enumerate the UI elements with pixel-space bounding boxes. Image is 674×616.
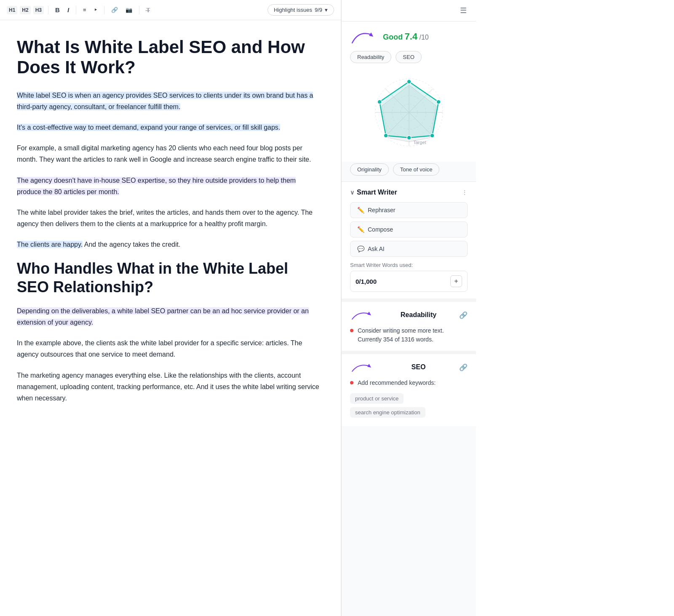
readability-pill[interactable]: Readability [350, 51, 391, 63]
unordered-list-button[interactable]: ≡ [80, 5, 89, 15]
svg-point-11 [407, 80, 411, 84]
words-used-label: Smart Writer Words used: [350, 262, 468, 268]
image-button[interactable]: 📷 [123, 5, 135, 15]
ask-ai-icon: 💬 [357, 245, 364, 252]
seo-pill[interactable]: SEO [396, 51, 421, 63]
bottom-pills-row: Originality Tone of voice [342, 162, 476, 181]
compose-button[interactable]: ✏️ Compose [350, 221, 468, 237]
readability-arrow-icon [350, 309, 375, 321]
paragraph-9: In the example above, the clients ask th… [17, 337, 320, 360]
divider-4 [139, 6, 139, 14]
h3-button[interactable]: H3 [33, 6, 44, 14]
h2-button[interactable]: H2 [20, 6, 30, 14]
toolbar: H1 H2 H3 B I ≡ ‣ 🔗 📷 T̶ Highlight issues… [0, 0, 341, 20]
paragraph-2: It's a cost-effective way to meet demand… [17, 122, 320, 133]
keyword-tag-2: search engine optimization [350, 407, 425, 418]
highlight-issues-button[interactable]: Highlight issues 9/9 ▾ [267, 4, 334, 16]
paragraph-6-highlight: The clients are happy. [17, 241, 83, 248]
info-icon[interactable]: ⋮ [462, 189, 468, 196]
right-panel: ☰ Good 7.4 /10 Readability SEO [341, 0, 476, 616]
link-icon: 🔗 [111, 7, 118, 13]
score-label: Good [383, 33, 403, 41]
seo-title: SEO [412, 363, 426, 371]
seo-arrow-icon [350, 361, 375, 373]
chevron-down-icon: ▾ [325, 7, 328, 13]
highlight-count: 9/9 [315, 7, 322, 13]
readability-issue-1: Consider writing some more text. Current… [350, 326, 468, 344]
clear-format-icon: T̶ [146, 7, 150, 13]
readability-link-icon[interactable]: 🔗 [459, 311, 468, 319]
rephraser-button[interactable]: ✏️ Rephraser [350, 202, 468, 218]
paragraph-8: Depending on the deliverables, a white l… [17, 305, 320, 328]
rephraser-label: Rephraser [368, 207, 395, 213]
svg-marker-10 [380, 82, 439, 138]
words-counter-row: 0/1,000 + [350, 271, 468, 292]
smart-writer-title: ∨ Smart Writer [350, 189, 397, 196]
paragraph-4-text: The agency doesn't have in-house SEO exp… [17, 177, 296, 195]
compose-icon: ✏️ [357, 226, 364, 233]
divider-3 [104, 6, 104, 14]
seo-issue-1: Add recommended keywords: [350, 379, 468, 387]
image-icon: 📷 [126, 7, 132, 13]
score-section: Good 7.4 /10 Readability SEO [342, 21, 476, 162]
collapse-icon[interactable]: ∨ [350, 189, 354, 196]
svg-point-14 [407, 136, 411, 140]
paragraph-3: For example, a small digital marketing a… [17, 142, 320, 165]
score-display: Good 7.4 /10 [383, 31, 429, 42]
keywords-row: product or service search engine optimiz… [350, 392, 468, 419]
compose-label: Compose [368, 226, 393, 233]
right-top-bar: ☰ [342, 0, 476, 21]
rephraser-icon: ✏️ [357, 207, 364, 213]
paragraph-5: The white label provider takes the brief… [17, 207, 320, 229]
ordered-list-button[interactable]: ‣ [91, 5, 100, 15]
tone-of-voice-pill[interactable]: Tone of voice [393, 163, 440, 176]
svg-point-13 [430, 133, 434, 138]
clear-format-button[interactable]: T̶ [144, 5, 153, 15]
score-arrow-icon [350, 28, 380, 45]
readability-title: Readability [401, 311, 436, 319]
add-words-button[interactable]: + [450, 275, 462, 287]
h1-button[interactable]: H1 [7, 6, 17, 14]
italic-button[interactable]: I [65, 5, 72, 15]
paragraph-10: The marketing agency manages everything … [17, 370, 320, 404]
ask-ai-label: Ask AI [368, 245, 385, 252]
ask-ai-button[interactable]: 💬 Ask AI [350, 241, 468, 257]
readability-header: Readability 🔗 [350, 309, 468, 321]
paragraph-1-text: White label SEO is when an agency provid… [17, 92, 313, 110]
originality-pill[interactable]: Originality [350, 163, 389, 176]
seo-link-icon[interactable]: 🔗 [459, 363, 468, 371]
menu-button[interactable]: ☰ [457, 5, 469, 16]
bold-button[interactable]: B [53, 5, 62, 15]
svg-point-12 [436, 100, 441, 104]
seo-red-dot-icon [350, 381, 353, 384]
list-icon: ≡ [83, 7, 86, 13]
smart-writer-label: Smart Writer [357, 189, 397, 196]
score-area: Good 7.4 /10 [350, 28, 468, 45]
score-value: 7.4 [404, 31, 417, 42]
seo-issue-text: Add recommended keywords: [358, 379, 436, 387]
radar-chart-container: Target [350, 68, 468, 158]
smart-writer-section: ∨ Smart Writer ⋮ ✏️ Rephraser ✏️ Compose… [342, 181, 476, 299]
article-h2-1: Who Handles What in the White Label SEO … [17, 259, 320, 296]
paragraph-8-text: Depending on the deliverables, a white l… [17, 307, 309, 326]
svg-point-16 [377, 100, 382, 104]
paragraph-1: White label SEO is when an agency provid… [17, 90, 320, 112]
left-panel: H1 H2 H3 B I ≡ ‣ 🔗 📷 T̶ Highlight issues… [0, 0, 341, 616]
link-button[interactable]: 🔗 [109, 5, 120, 15]
radar-chart: Target [363, 72, 455, 157]
ordered-list-icon: ‣ [94, 7, 97, 13]
article-title: What Is White Label SEO and How Does It … [17, 37, 320, 78]
score-total: /10 [420, 34, 429, 41]
paragraph-6: The clients are happy. And the agency ta… [17, 239, 320, 250]
seo-header: SEO 🔗 [350, 361, 468, 373]
smart-writer-header: ∨ Smart Writer ⋮ [350, 189, 468, 196]
content-area: What Is White Label SEO and How Does It … [0, 20, 341, 616]
red-dot-icon [350, 329, 353, 332]
words-count-value: 0/1,000 [356, 278, 377, 285]
svg-point-15 [384, 133, 388, 138]
paragraph-4: The agency doesn't have in-house SEO exp… [17, 175, 320, 197]
divider-1 [48, 6, 48, 14]
readability-issue-text: Consider writing some more text. Current… [358, 326, 468, 344]
highlight-label: Highlight issues [274, 7, 312, 13]
paragraph-2-text: It's a cost-effective way to meet demand… [17, 124, 280, 131]
